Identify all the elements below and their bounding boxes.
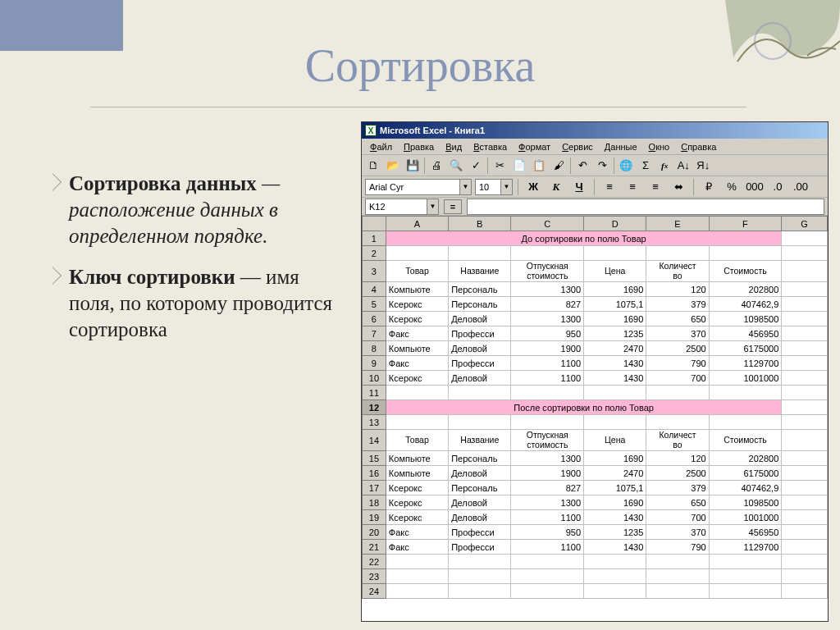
menubar: ФайлПравкаВидВставкаФорматСервисДанныеОк… — [362, 139, 828, 155]
row-header-12[interactable]: 12 — [363, 400, 386, 415]
autosum-icon[interactable]: Σ — [636, 157, 655, 175]
menu-файл[interactable]: Файл — [365, 140, 397, 153]
paste-icon[interactable]: 📋 — [529, 157, 549, 175]
col-header-B[interactable]: B — [449, 217, 511, 231]
undo-icon[interactable]: ↶ — [573, 157, 592, 175]
save-icon[interactable]: 💾 — [403, 157, 422, 175]
font-size-combo[interactable]: 10 ▼ — [475, 179, 513, 195]
row-header-7[interactable]: 7 — [363, 326, 386, 341]
row-header-24[interactable]: 24 — [363, 584, 386, 599]
row-header-5[interactable]: 5 — [363, 297, 386, 312]
percent-icon[interactable]: % — [722, 178, 742, 196]
underline-icon[interactable]: Ч — [569, 178, 589, 196]
preview-icon[interactable]: 🔍 — [446, 157, 466, 175]
window-title: Microsoft Excel - Книга1 — [380, 126, 485, 135]
title-rule — [90, 107, 746, 107]
thousands-icon[interactable]: 000 — [745, 178, 765, 196]
bullet-2: Ключ сортировки — имя поля, по которому … — [46, 264, 341, 343]
dec-dec-icon[interactable]: .00 — [791, 178, 810, 196]
print-icon[interactable]: 🖨 — [427, 157, 446, 175]
menu-сервис[interactable]: Сервис — [557, 140, 598, 153]
name-box-value: K12 — [366, 202, 389, 212]
menu-вставка[interactable]: Вставка — [468, 140, 512, 153]
menu-справка[interactable]: Справка — [676, 140, 721, 153]
align-center-icon[interactable]: ≡ — [623, 178, 642, 196]
font-size-value: 10 — [476, 182, 492, 192]
merge-icon[interactable]: ⬌ — [669, 178, 688, 196]
row-header-19[interactable]: 19 — [363, 510, 386, 525]
copy-icon[interactable]: 📄 — [509, 157, 529, 175]
menu-окно[interactable]: Окно — [644, 140, 675, 153]
col-header-E[interactable]: E — [646, 217, 709, 231]
row-header-11[interactable]: 11 — [363, 386, 386, 400]
bullet-list: Сортировка данных — расположение данных … — [46, 171, 341, 358]
bold-icon[interactable]: Ж — [523, 178, 543, 196]
titlebar[interactable]: X Microsoft Excel - Книга1 — [362, 122, 828, 139]
new-icon[interactable]: 🗋 — [363, 157, 383, 175]
formula-bar-row: K12 ▼ = — [362, 198, 828, 216]
font-name-value: Arial Cyr — [366, 182, 407, 192]
row-header-17[interactable]: 17 — [363, 481, 386, 495]
redo-icon[interactable]: ↷ — [592, 157, 612, 175]
row-header-8[interactable]: 8 — [363, 341, 386, 356]
standard-toolbar: 🗋 📂 💾 🖨 🔍 ✓ ✂ 📄 📋 🖌 ↶ ↷ 🌐 Σ fx A↓ Я↓ — [362, 155, 828, 176]
row-header-9[interactable]: 9 — [363, 356, 386, 371]
cut-icon[interactable]: ✂ — [490, 157, 509, 175]
hyperlink-icon[interactable]: 🌐 — [616, 157, 636, 175]
bullet-2-term: Ключ сортировки — [69, 266, 235, 288]
row-header-15[interactable]: 15 — [363, 451, 386, 466]
menu-правка[interactable]: Правка — [399, 140, 439, 153]
menu-данные[interactable]: Данные — [600, 140, 642, 153]
row-header-1[interactable]: 1 — [363, 231, 386, 246]
align-right-icon[interactable]: ≡ — [646, 178, 665, 196]
equals-button[interactable]: = — [444, 199, 462, 214]
slide-title: Сортировка — [0, 39, 840, 92]
sort-desc-icon[interactable]: Я↓ — [693, 157, 713, 175]
currency-icon[interactable]: ₽ — [699, 178, 719, 196]
col-header-F[interactable]: F — [709, 217, 782, 231]
dec-inc-icon[interactable]: .0 — [768, 178, 788, 196]
name-box[interactable]: K12 ▼ — [365, 199, 439, 215]
row-header-10[interactable]: 10 — [363, 371, 386, 386]
col-header-G[interactable]: G — [782, 217, 828, 231]
row-header-13[interactable]: 13 — [363, 415, 386, 430]
chevron-down-icon[interactable]: ▼ — [500, 180, 512, 194]
italic-icon[interactable]: К — [546, 178, 566, 196]
row-header-23[interactable]: 23 — [363, 569, 386, 584]
row-header-21[interactable]: 21 — [363, 540, 386, 555]
formula-bar[interactable] — [467, 199, 824, 215]
function-icon[interactable]: fx — [655, 157, 673, 175]
slide-root: Сортировка Сортировка данных — расположе… — [0, 0, 840, 630]
bullet-1: Сортировка данных — расположение данных … — [46, 171, 341, 249]
excel-window: X Microsoft Excel - Книга1 ФайлПравкаВид… — [361, 121, 829, 622]
sort-asc-icon[interactable]: A↓ — [673, 157, 693, 175]
align-left-icon[interactable]: ≡ — [600, 178, 619, 196]
row-header-20[interactable]: 20 — [363, 525, 386, 540]
row-header-14[interactable]: 14 — [363, 430, 386, 451]
row-header-16[interactable]: 16 — [363, 466, 386, 481]
row-header-22[interactable]: 22 — [363, 555, 386, 569]
row-header-18[interactable]: 18 — [363, 495, 386, 510]
row-header-2[interactable]: 2 — [363, 246, 386, 261]
menu-вид[interactable]: Вид — [441, 140, 467, 153]
excel-app-icon: X — [365, 125, 377, 136]
spreadsheet-grid[interactable]: ABCDEFG1До сортировки по полю Товар23Тов… — [362, 216, 828, 621]
menu-формат[interactable]: Формат — [514, 140, 555, 153]
font-name-combo[interactable]: Arial Cyr ▼ — [365, 179, 472, 195]
chevron-down-icon[interactable]: ▼ — [459, 180, 471, 194]
chevron-down-icon[interactable]: ▼ — [427, 199, 438, 214]
open-icon[interactable]: 📂 — [383, 157, 403, 175]
bullet-1-term: Сортировка данных — [69, 172, 257, 194]
col-header-C[interactable]: C — [511, 217, 584, 231]
spellcheck-icon[interactable]: ✓ — [466, 157, 486, 175]
col-header-D[interactable]: D — [584, 217, 646, 231]
row-header-4[interactable]: 4 — [363, 282, 386, 297]
row-header-3[interactable]: 3 — [363, 261, 386, 282]
col-header-A[interactable]: A — [386, 217, 448, 231]
format-painter-icon[interactable]: 🖌 — [549, 157, 568, 175]
format-toolbar: Arial Cyr ▼ 10 ▼ Ж К Ч ≡ ≡ ≡ ⬌ ₽ % 000 .… — [362, 176, 828, 198]
row-header-6[interactable]: 6 — [363, 312, 386, 326]
